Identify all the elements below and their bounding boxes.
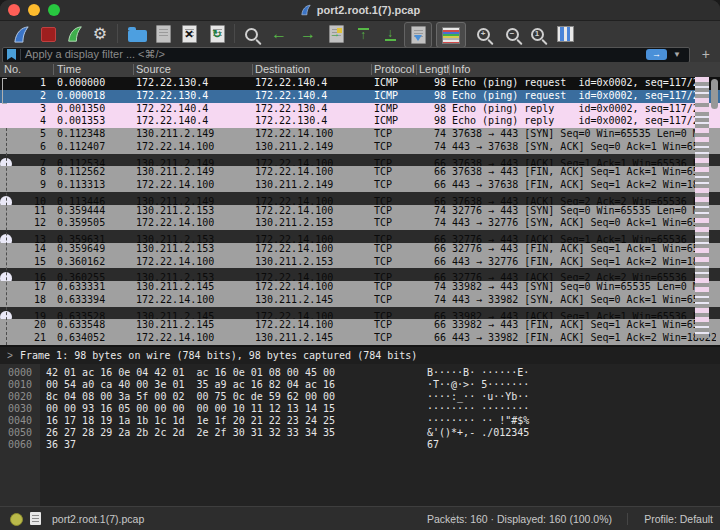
packet-cell-info: 32776 → 443 [FIN, ACK] Seq=1 Ack=1 Win=6… [452, 243, 716, 256]
add-filter-button-plus[interactable]: + [702, 45, 710, 63]
resize-columns-button[interactable] [552, 22, 578, 46]
reload-file-button[interactable]: ↻ [206, 22, 228, 46]
packet-row[interactable]: 80.112562130.211.2.149172.22.14.100TCP66… [0, 166, 720, 179]
save-file-button[interactable] [152, 22, 174, 46]
hex-line[interactable]: 001000 54 a0 ca 40 00 3e 01 35 a9 ac 16 … [0, 379, 720, 391]
expert-info-icon[interactable] [10, 513, 23, 526]
packet-cell-time: 0.112407 [57, 141, 105, 154]
col-header-length[interactable]: Length [419, 62, 449, 77]
status-separator [627, 513, 628, 525]
packet-row[interactable]: 20.000018172.22.130.4172.22.140.4ICMP98E… [0, 90, 720, 103]
packet-cell-len: 98 [410, 90, 446, 103]
packet-cell-info: 443 → 33982 [SYN, ACK] Seq=0 Ack=1 Win=6… [452, 294, 716, 307]
packet-cell-time: 0.359444 [57, 205, 105, 218]
hex-line[interactable]: 005026 27 28 29 2a 2b 2c 2d 2e 2f 30 31 … [0, 427, 720, 439]
packet-row[interactable]: 40.001353172.22.140.4172.22.130.4ICMP98E… [0, 115, 720, 128]
display-filter-input[interactable]: Apply a display filter ... <⌘/> → ▼ [2, 47, 690, 63]
hex-line[interactable]: 006036 3767 [0, 439, 720, 451]
go-last-packet-button[interactable]: ↓ [378, 22, 402, 46]
bookmark-icon[interactable] [7, 49, 16, 60]
col-header-time[interactable]: Time [57, 62, 81, 77]
stop-icon [41, 27, 56, 42]
colorize-toggle[interactable] [436, 22, 466, 48]
folder-icon [128, 30, 147, 42]
packet-cell-proto: TCP [374, 243, 392, 256]
packet-cell-info: Echo (ping) request id=0x0002, seq=117/2… [452, 77, 716, 90]
packet-cell-len: 66 [410, 256, 446, 269]
packet-cell-src: 172.22.140.4 [136, 103, 208, 116]
packet-row[interactable]: 60.112407172.22.14.100130.211.2.149TCP74… [0, 141, 720, 154]
go-back-button[interactable]: ← [266, 22, 292, 46]
col-header-no[interactable]: No. [4, 62, 21, 77]
go-to-packet-button[interactable]: → [323, 22, 349, 46]
hex-line[interactable]: 000042 01 ac 16 0e 04 42 01 ac 16 0e 01 … [0, 367, 720, 379]
col-header-source[interactable]: Source [136, 62, 171, 77]
zoom-reset-button[interactable]: 1 [525, 22, 549, 46]
packet-cell-info: 37638 → 443 [SYN] Seq=0 Win=65535 Len=0 … [452, 128, 716, 141]
arrow-right-icon: → [300, 26, 316, 42]
packet-row[interactable]: 10.000000172.22.130.4172.22.140.4ICMP98E… [0, 77, 720, 90]
go-first-packet-button[interactable]: ↑ [351, 22, 375, 46]
find-packet-button[interactable] [239, 22, 263, 46]
close-file-button[interactable]: ✕ [178, 22, 200, 46]
packet-row[interactable]: 150.360162172.22.14.100130.211.2.153TCP6… [0, 256, 720, 269]
packet-row[interactable]: 180.633394172.22.14.100130.211.2.145TCP7… [0, 294, 720, 307]
hex-line[interactable]: 00208c 04 08 00 3a 5f 00 02 00 75 0c de … [0, 391, 720, 403]
hex-offset: 0040 [8, 415, 32, 427]
status-profile[interactable]: Profile: Default [644, 507, 713, 530]
auto-scroll-toggle[interactable] [404, 22, 432, 48]
gear-icon: ⚙ [93, 26, 107, 42]
zoom-out-button[interactable]: − [500, 22, 524, 46]
packet-cell-proto: TCP [374, 319, 392, 332]
packet-row[interactable]: 200.633548130.211.2.145172.22.14.100TCP6… [0, 319, 720, 332]
restart-capture-button[interactable] [62, 22, 88, 46]
go-forward-button[interactable]: → [295, 22, 321, 46]
apply-filter-button[interactable]: → [646, 49, 667, 60]
col-header-info[interactable]: Info [452, 62, 470, 77]
hex-offset: 0060 [8, 439, 32, 451]
capture-options-button[interactable]: ⚙ [89, 22, 111, 46]
expand-chevron-icon[interactable]: > [7, 347, 13, 364]
packet-row[interactable]: 210.634052172.22.14.100130.211.2.145TCP6… [0, 332, 720, 345]
scrollbar-minimap[interactable] [695, 77, 709, 338]
packet-row[interactable]: 120.359505172.22.14.100130.211.2.153TCP7… [0, 217, 720, 230]
hex-line[interactable]: 004016 17 18 19 1a 1b 1c 1d 1e 1f 20 21 … [0, 415, 720, 427]
vertical-scrollbar-thumb[interactable] [711, 79, 718, 109]
packet-cell-src: 172.22.14.100 [136, 294, 214, 307]
capture-comment-icon[interactable] [30, 512, 41, 525]
hex-offset: 0010 [8, 379, 32, 391]
packet-cell-dst: 172.22.14.100 [255, 281, 333, 294]
start-capture-button[interactable] [8, 22, 34, 46]
col-header-destination[interactable]: Destination [255, 62, 310, 77]
packet-row[interactable]: 90.113313172.22.14.100130.211.2.149TCP66… [0, 179, 720, 192]
packet-cell-time: 0.112348 [57, 128, 105, 141]
frame-summary[interactable]: Frame 1: 98 bytes on wire (784 bits), 98… [20, 347, 417, 364]
status-bar: port2.root.1(7).pcap Packets: 160 · Disp… [0, 506, 720, 530]
open-file-button[interactable] [124, 22, 150, 46]
packet-cell-time: 0.000018 [57, 90, 105, 103]
col-header-protocol[interactable]: Protocol [374, 62, 414, 77]
packet-cell-len: 98 [410, 115, 446, 128]
hex-bytes: 8c 04 08 00 3a 5f 00 02 00 75 0c de 59 6… [46, 391, 335, 403]
packet-cell-proto: TCP [374, 166, 392, 179]
packet-cell-len: 74 [410, 294, 446, 307]
packet-cell-src: 130.211.2.145 [136, 319, 214, 332]
packet-cell-proto: ICMP [374, 90, 398, 103]
close-file-icon: ✕ [182, 25, 197, 43]
packet-row[interactable]: 50.112348130.211.2.149172.22.14.100TCP74… [0, 128, 720, 141]
filter-dropdown-caret[interactable]: ▼ [673, 48, 681, 61]
packet-list-header: No. Time Source Destination Protocol Len… [0, 62, 720, 78]
packet-cell-src: 130.211.2.153 [136, 243, 214, 256]
hex-ascii: ········ ········ [427, 403, 529, 415]
packet-cell-dst: 172.22.140.4 [255, 77, 327, 90]
packet-row[interactable]: 140.359649130.211.2.153172.22.14.100TCP6… [0, 243, 720, 256]
zoom-in-button[interactable]: + [471, 22, 495, 46]
save-file-icon [156, 25, 171, 43]
packet-row[interactable]: 30.001350172.22.140.4172.22.130.4ICMP98E… [0, 103, 720, 116]
packet-cell-info: 32776 → 443 [SYN] Seq=0 Win=65535 Len=0 … [452, 205, 716, 218]
packet-row[interactable]: 170.633331130.211.2.145172.22.14.100TCP7… [0, 281, 720, 294]
packet-cell-src: 130.211.2.149 [136, 166, 214, 179]
stop-capture-button[interactable] [37, 22, 59, 46]
packet-row[interactable]: 110.359444130.211.2.153172.22.14.100TCP7… [0, 205, 720, 218]
hex-line[interactable]: 003000 00 93 16 05 00 00 00 00 00 10 11 … [0, 403, 720, 415]
